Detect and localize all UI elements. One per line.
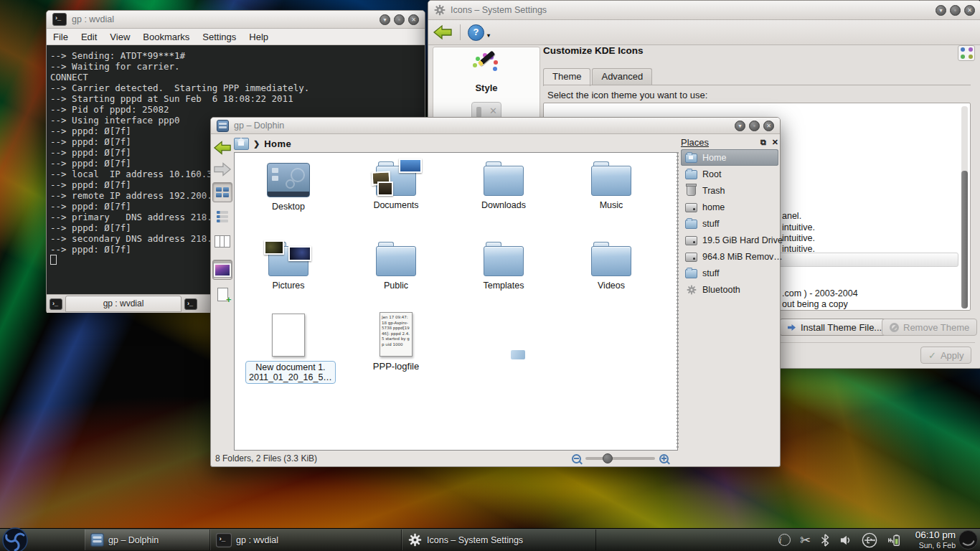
usb-device-icon[interactable] (862, 532, 877, 548)
panel-resize-handle[interactable] (677, 152, 679, 448)
menu-bookmarks[interactable]: Bookmarks (136, 32, 196, 42)
settings-toolbar: ? (428, 20, 980, 45)
theme-description-text: .com ) - 2003-2004 (782, 288, 858, 298)
menu-view[interactable]: View (103, 32, 136, 42)
folder-item-downloads[interactable]: Downloads (461, 160, 547, 210)
terminal-icon (216, 533, 232, 547)
folder-item-pictures[interactable]: Pictures (245, 240, 331, 291)
task-wvdial[interactable]: gp : wvdial (210, 529, 402, 550)
maximize-icon[interactable]: ◦ (950, 5, 961, 16)
details-view-icon[interactable] (212, 207, 232, 227)
place-item-stuff-2[interactable]: stuff (681, 265, 778, 281)
place-item-bluetooth[interactable]: Bluetooth (681, 281, 778, 298)
info-icon[interactable]: i (778, 534, 791, 546)
clock-date: Sun, 6 Feb (915, 540, 956, 550)
minimize-icon[interactable]: ▾ (936, 5, 946, 16)
folder-item-music[interactable]: Music (568, 160, 654, 210)
panel-toolbox-icon[interactable] (958, 529, 979, 550)
folder-item-videos[interactable]: Videos (568, 240, 654, 291)
place-item-home[interactable]: Home (681, 149, 778, 166)
maximize-icon[interactable]: ◦ (749, 121, 760, 131)
theme-list-text: intuitive. (782, 222, 815, 232)
arrow-right-icon (787, 324, 796, 331)
folder-icon (685, 169, 697, 179)
folder-icon (484, 166, 524, 196)
file-item-new-document[interactable]: New document 1.2011_01_20_16_5… (245, 314, 331, 384)
folder-view[interactable]: Desktop Documents Downloads Music (234, 152, 678, 451)
volume-icon[interactable] (839, 534, 852, 546)
preview-icon[interactable] (212, 260, 232, 280)
clock[interactable]: 06:10 pm Sun, 6 Feb (915, 530, 956, 550)
settings-titlebar[interactable]: Icons – System Settings ▾ ◦ ✕ (428, 1, 980, 20)
folder-item-desktop[interactable]: Desktop (245, 160, 331, 212)
new-tab-icon[interactable] (50, 298, 62, 310)
scrollbar-thumb[interactable] (961, 171, 968, 309)
task-dolphin[interactable]: gp – Dolphin (85, 529, 210, 550)
help-icon[interactable]: ? (468, 24, 484, 41)
terminal-icon (52, 13, 67, 26)
zoom-in-icon[interactable] (659, 454, 669, 463)
clipboard-scissors-icon[interactable]: ✂ (800, 532, 811, 548)
detach-panel-icon[interactable]: ⧉ (760, 138, 766, 147)
terminal-menubar: File Edit View Bookmarks Settings Help (47, 29, 425, 45)
split-view-icon[interactable] (212, 284, 232, 304)
kde-menu-icon[interactable] (1, 527, 29, 551)
menu-help[interactable]: Help (242, 32, 275, 42)
folder-item-public[interactable]: Public (353, 240, 439, 291)
apply-button[interactable]: ✓ Apply (920, 347, 971, 364)
close-panel-icon[interactable]: ✕ (772, 138, 778, 147)
place-item-removable[interactable]: 964.8 MiB Remov… (681, 248, 778, 265)
menu-file[interactable]: File (47, 32, 75, 42)
place-item-root[interactable]: Root (681, 166, 778, 182)
place-item-trash[interactable]: Trash (681, 182, 778, 199)
maximize-icon[interactable]: ◦ (394, 14, 405, 25)
overview-grid-icon[interactable] (958, 45, 975, 61)
system-tray: i ✂ (778, 529, 901, 551)
style-icon[interactable] (471, 53, 501, 80)
menu-edit[interactable]: Edit (75, 32, 103, 42)
minimize-icon[interactable]: ▾ (380, 14, 390, 25)
place-item-stuff[interactable]: stuff (681, 215, 778, 232)
chevron-right-icon: ❯ (253, 139, 260, 149)
bluetooth-icon[interactable] (820, 534, 830, 547)
zoom-out-icon[interactable] (572, 454, 581, 463)
folder-home-icon (685, 152, 697, 163)
battery-icon[interactable] (887, 533, 901, 547)
columns-view-icon[interactable] (212, 231, 232, 251)
place-item-hard-drive[interactable]: 19.5 GiB Hard Drive (681, 232, 778, 248)
breadcrumb-home[interactable]: Home (264, 138, 291, 149)
task-system-settings[interactable]: Icons – System Settings (402, 529, 596, 550)
zoom-slider-handle[interactable] (603, 453, 613, 463)
folder-item-templates[interactable]: Templates (461, 240, 547, 291)
folder-icon (685, 268, 697, 278)
new-tab-icon[interactable] (184, 298, 197, 310)
folder-item-documents[interactable]: Documents (353, 160, 439, 210)
minimize-icon[interactable]: ▾ (735, 121, 745, 131)
zoom-slider[interactable] (585, 457, 655, 460)
back-icon[interactable] (433, 23, 453, 42)
terminal-line: --> Carrier detected. Starting PPP immed… (50, 83, 421, 93)
trash-icon (685, 185, 697, 196)
close-icon[interactable]: ✕ (763, 121, 774, 131)
sidebar-item-style[interactable]: Style (433, 83, 540, 93)
close-icon[interactable]: ✕ (408, 14, 419, 25)
icons-view-icon[interactable] (212, 182, 232, 202)
folder-label: Videos (568, 281, 654, 291)
back-icon[interactable] (213, 139, 232, 156)
remove-theme-button[interactable]: Remove Theme (882, 319, 977, 336)
terminal-titlebar[interactable]: gp : wvdial ▾ ◦ ✕ (47, 11, 425, 29)
close-icon[interactable]: ✕ (964, 5, 975, 16)
menu-settings[interactable]: Settings (196, 32, 242, 42)
dolphin-title: gp – Dolphin (234, 121, 284, 131)
terminal-line: --> Waiting for carrier. (50, 61, 421, 72)
forward-icon[interactable] (213, 161, 232, 178)
dolphin-titlebar[interactable]: gp – Dolphin ▾ ◦ ✕ (211, 118, 780, 134)
tab-advanced[interactable]: Advanced (592, 68, 652, 85)
file-item-ppp-logfile[interactable]: Jan 17 09:47:18 gp-Aspire-5738 pppd[1946… (353, 312, 439, 372)
folder-label: Music (568, 200, 654, 210)
install-theme-button[interactable]: Install Theme File... (779, 319, 890, 336)
terminal-tab[interactable]: gp : wvdial (65, 296, 182, 312)
home-folder-icon[interactable] (234, 138, 249, 150)
place-item-home-partition[interactable]: home (681, 199, 778, 215)
tab-theme[interactable]: Theme (543, 68, 590, 86)
